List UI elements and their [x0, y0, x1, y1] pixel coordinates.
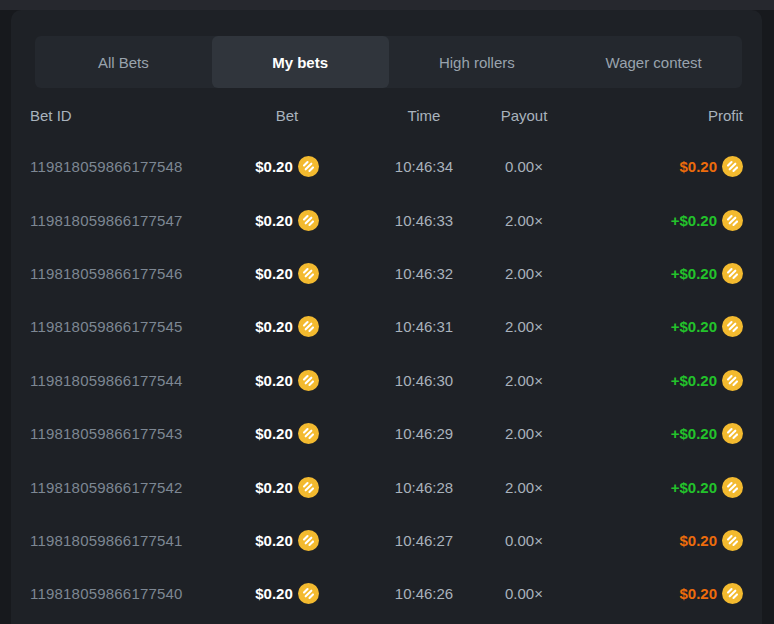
busd-coin-icon	[722, 530, 743, 551]
bet-payout-cell: 2.00×	[494, 318, 554, 335]
busd-coin-icon	[722, 370, 743, 391]
busd-coin-icon	[298, 477, 319, 498]
header-payout: Payout	[494, 107, 554, 124]
bet-id-cell: 119818059866177544	[30, 372, 220, 389]
bet-row[interactable]: 119818059866177544 $0.20 10:46:30 2.00× …	[11, 354, 762, 407]
bet-time-cell: 10:46:29	[354, 425, 494, 442]
bet-payout-cell: 2.00×	[494, 212, 554, 229]
bet-amount: $0.20	[255, 265, 293, 282]
busd-coin-icon	[298, 583, 319, 604]
tab-all-bets[interactable]: All Bets	[35, 36, 212, 88]
bet-payout-cell: 0.00×	[494, 585, 554, 602]
busd-coin-icon	[298, 370, 319, 391]
bet-amount-cell: $0.20	[220, 423, 354, 444]
bet-id-cell: 119818059866177548	[30, 158, 220, 175]
bet-row[interactable]: 119818059866177542 $0.20 10:46:28 2.00× …	[11, 460, 762, 513]
tab-label: All Bets	[98, 54, 149, 71]
bet-id-cell: 119818059866177540	[30, 585, 220, 602]
header-bet-id: Bet ID	[30, 107, 220, 124]
tab-wager-contest[interactable]: Wager contest	[565, 36, 742, 88]
bet-id-cell: 119818059866177542	[30, 479, 220, 496]
profit-amount: $0.20	[679, 585, 717, 602]
bet-payout-cell: 2.00×	[494, 425, 554, 442]
header-time: Time	[354, 107, 494, 124]
header-bet: Bet	[220, 107, 354, 124]
bets-tab-bar: All Bets My bets High rollers Wager cont…	[35, 36, 742, 88]
bet-payout-cell: 2.00×	[494, 372, 554, 389]
bet-row[interactable]: 119818059866177546 $0.20 10:46:32 2.00× …	[11, 247, 762, 300]
profit-amount: +$0.20	[671, 265, 717, 282]
bet-row[interactable]: 119818059866177543 $0.20 10:46:29 2.00× …	[11, 407, 762, 460]
bet-amount: $0.20	[255, 479, 293, 496]
bet-time-cell: 10:46:33	[354, 212, 494, 229]
profit-amount: +$0.20	[671, 479, 717, 496]
bet-profit-cell: +$0.20	[554, 423, 743, 444]
busd-coin-icon	[722, 477, 743, 498]
bet-amount-cell: $0.20	[220, 263, 354, 284]
bet-amount-cell: $0.20	[220, 370, 354, 391]
bet-amount: $0.20	[255, 212, 293, 229]
tab-label: High rollers	[439, 54, 515, 71]
bet-id-cell: 119818059866177541	[30, 532, 220, 549]
header-profit: Profit	[554, 107, 743, 124]
busd-coin-icon	[298, 156, 319, 177]
bet-row[interactable]: 119818059866177541 $0.20 10:46:27 0.00× …	[11, 514, 762, 567]
bet-amount: $0.20	[255, 318, 293, 335]
busd-coin-icon	[298, 423, 319, 444]
busd-coin-icon	[722, 423, 743, 444]
bet-id-cell: 119818059866177543	[30, 425, 220, 442]
bet-profit-cell: +$0.20	[554, 316, 743, 337]
busd-coin-icon	[722, 263, 743, 284]
bet-profit-cell: $0.20	[554, 530, 743, 551]
busd-coin-icon	[722, 210, 743, 231]
bet-id-cell: 119818059866177545	[30, 318, 220, 335]
profit-amount: $0.20	[679, 532, 717, 549]
bet-amount: $0.20	[255, 158, 293, 175]
profit-amount: +$0.20	[671, 372, 717, 389]
tab-label: Wager contest	[606, 54, 702, 71]
bet-time-cell: 10:46:32	[354, 265, 494, 282]
bet-amount-cell: $0.20	[220, 210, 354, 231]
bet-payout-cell: 2.00×	[494, 265, 554, 282]
busd-coin-icon	[722, 316, 743, 337]
bet-row[interactable]: 119818059866177547 $0.20 10:46:33 2.00× …	[11, 193, 762, 246]
bet-amount-cell: $0.20	[220, 156, 354, 177]
bet-time-cell: 10:46:30	[354, 372, 494, 389]
bet-profit-cell: +$0.20	[554, 370, 743, 391]
bet-amount-cell: $0.20	[220, 316, 354, 337]
bet-row[interactable]: 119818059866177548 $0.20 10:46:34 0.00× …	[11, 140, 762, 193]
bet-amount-cell: $0.20	[220, 530, 354, 551]
bet-id-cell: 119818059866177547	[30, 212, 220, 229]
page-top-strip	[0, 0, 774, 10]
bet-profit-cell: +$0.20	[554, 210, 743, 231]
busd-coin-icon	[298, 263, 319, 284]
busd-coin-icon	[298, 210, 319, 231]
bet-amount-cell: $0.20	[220, 583, 354, 604]
bets-table-body: 119818059866177548 $0.20 10:46:34 0.00× …	[11, 140, 762, 621]
bet-amount: $0.20	[255, 532, 293, 549]
bet-time-cell: 10:46:27	[354, 532, 494, 549]
bet-amount: $0.20	[255, 585, 293, 602]
bet-time-cell: 10:46:34	[354, 158, 494, 175]
bet-row[interactable]: 119818059866177545 $0.20 10:46:31 2.00× …	[11, 300, 762, 353]
busd-coin-icon	[722, 156, 743, 177]
bet-payout-cell: 0.00×	[494, 158, 554, 175]
bet-payout-cell: 0.00×	[494, 532, 554, 549]
bet-payout-cell: 2.00×	[494, 479, 554, 496]
bet-row[interactable]: 119818059866177540 $0.20 10:46:26 0.00× …	[11, 567, 762, 620]
bet-amount-cell: $0.20	[220, 477, 354, 498]
bet-amount: $0.20	[255, 425, 293, 442]
profit-amount: $0.20	[679, 158, 717, 175]
tab-label: My bets	[272, 54, 328, 71]
table-header: Bet ID Bet Time Payout Profit	[11, 96, 762, 134]
tab-high-rollers[interactable]: High rollers	[389, 36, 566, 88]
busd-coin-icon	[298, 530, 319, 551]
bet-id-cell: 119818059866177546	[30, 265, 220, 282]
bet-amount: $0.20	[255, 372, 293, 389]
profit-amount: +$0.20	[671, 318, 717, 335]
busd-coin-icon	[722, 583, 743, 604]
tab-my-bets[interactable]: My bets	[212, 36, 389, 88]
bet-profit-cell: $0.20	[554, 156, 743, 177]
bet-profit-cell: +$0.20	[554, 477, 743, 498]
busd-coin-icon	[298, 316, 319, 337]
